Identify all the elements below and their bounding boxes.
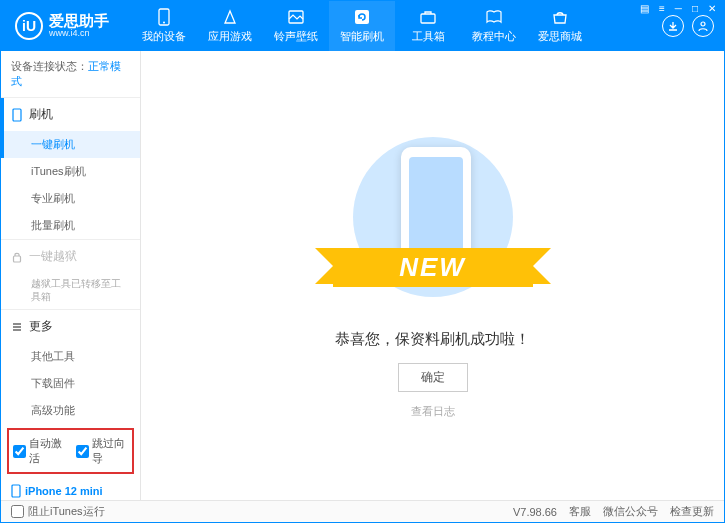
window-controls: ▤ ≡ ─ □ ✕ xyxy=(638,3,718,14)
wechat-link[interactable]: 微信公众号 xyxy=(603,504,658,519)
skip-guide-checkbox[interactable]: 跳过向导 xyxy=(76,436,129,466)
sidebar-item-itunes[interactable]: iTunes刷机 xyxy=(1,158,140,185)
success-illustration: NEW xyxy=(323,132,543,312)
pin-icon[interactable]: ≡ xyxy=(657,3,667,14)
maximize-icon[interactable]: □ xyxy=(690,3,700,14)
lock-icon xyxy=(11,251,23,263)
menu-icon[interactable]: ▤ xyxy=(638,3,651,14)
main-nav: 我的设备 应用游戏 铃声壁纸 智能刷机 工具箱 教程中心 爱思商城 xyxy=(131,1,662,51)
titlebar: iU 爱思助手 www.i4.cn 我的设备 应用游戏 铃声壁纸 智能刷机 工具… xyxy=(1,1,724,51)
toolbox-icon xyxy=(419,8,437,26)
view-log-link[interactable]: 查看日志 xyxy=(411,404,455,419)
app-title: 爱思助手 xyxy=(49,13,109,30)
download-button[interactable] xyxy=(662,15,684,37)
sidebar-item-batch[interactable]: 批量刷机 xyxy=(1,212,140,239)
close-icon[interactable]: ✕ xyxy=(706,3,718,14)
refresh-icon xyxy=(353,8,371,26)
svg-point-1 xyxy=(163,22,165,24)
apps-icon xyxy=(221,8,239,26)
sidebar-jailbreak-head: 一键越狱 xyxy=(1,240,140,273)
sidebar-item-other[interactable]: 其他工具 xyxy=(1,343,140,370)
update-link[interactable]: 检查更新 xyxy=(670,504,714,519)
nav-flash[interactable]: 智能刷机 xyxy=(329,1,395,51)
nav-tutorials[interactable]: 教程中心 xyxy=(461,1,527,51)
sidebar-more-head[interactable]: 更多 xyxy=(1,310,140,343)
device-icon xyxy=(11,484,21,498)
svg-rect-3 xyxy=(355,10,369,24)
nav-store[interactable]: 爱思商城 xyxy=(527,1,593,51)
sidebar-item-firmware[interactable]: 下载固件 xyxy=(1,370,140,397)
book-icon xyxy=(485,8,503,26)
nav-label: 爱思商城 xyxy=(538,29,582,44)
statusbar: 阻止iTunes运行 V7.98.66 客服 微信公众号 检查更新 xyxy=(1,500,724,522)
store-icon xyxy=(551,8,569,26)
main-content: NEW 恭喜您，保资料刷机成功啦！ 确定 查看日志 xyxy=(141,51,724,500)
nav-label: 工具箱 xyxy=(412,29,445,44)
menu-lines-icon xyxy=(11,321,23,333)
phone-icon xyxy=(155,8,173,26)
options-highlight: 自动激活 跳过向导 xyxy=(7,428,134,474)
sidebar-flash-head[interactable]: 刷机 xyxy=(1,98,140,131)
nav-label: 应用游戏 xyxy=(208,29,252,44)
svg-point-5 xyxy=(701,22,705,26)
svg-rect-8 xyxy=(12,485,20,497)
svg-rect-4 xyxy=(421,14,435,23)
nav-label: 我的设备 xyxy=(142,29,186,44)
new-banner: NEW xyxy=(333,248,533,287)
nav-label: 智能刷机 xyxy=(340,29,384,44)
app-subtitle: www.i4.cn xyxy=(49,29,109,39)
auto-activate-checkbox[interactable]: 自动激活 xyxy=(13,436,66,466)
nav-apps[interactable]: 应用游戏 xyxy=(197,1,263,51)
app-logo: iU 爱思助手 www.i4.cn xyxy=(1,12,131,40)
sidebar-item-pro[interactable]: 专业刷机 xyxy=(1,185,140,212)
nav-ringtones[interactable]: 铃声壁纸 xyxy=(263,1,329,51)
connection-status: 设备连接状态：正常模式 xyxy=(1,51,140,97)
user-button[interactable] xyxy=(692,15,714,37)
sidebar: 设备连接状态：正常模式 刷机 一键刷机 iTunes刷机 专业刷机 批量刷机 一… xyxy=(1,51,141,500)
wallpaper-icon xyxy=(287,8,305,26)
nav-label: 教程中心 xyxy=(472,29,516,44)
minimize-icon[interactable]: ─ xyxy=(673,3,684,14)
nav-label: 铃声壁纸 xyxy=(274,29,318,44)
success-message: 恭喜您，保资料刷机成功啦！ xyxy=(335,330,530,349)
svg-rect-6 xyxy=(13,109,21,121)
svg-rect-7 xyxy=(14,256,21,262)
service-link[interactable]: 客服 xyxy=(569,504,591,519)
jailbreak-note: 越狱工具已转移至工具箱 xyxy=(1,273,140,309)
logo-icon: iU xyxy=(15,12,43,40)
nav-my-device[interactable]: 我的设备 xyxy=(131,1,197,51)
sidebar-item-advanced[interactable]: 高级功能 xyxy=(1,397,140,424)
nav-toolbox[interactable]: 工具箱 xyxy=(395,1,461,51)
ok-button[interactable]: 确定 xyxy=(398,363,468,392)
block-itunes-checkbox[interactable]: 阻止iTunes运行 xyxy=(11,504,105,519)
sidebar-item-oneclick[interactable]: 一键刷机 xyxy=(1,131,140,158)
version-label: V7.98.66 xyxy=(513,506,557,518)
phone-small-icon xyxy=(11,108,23,122)
